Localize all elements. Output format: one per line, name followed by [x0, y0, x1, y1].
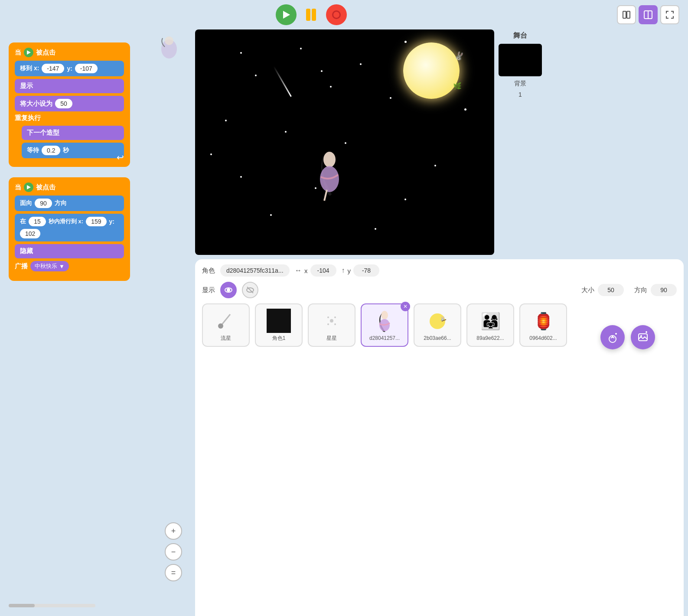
svg-marker-0	[283, 11, 290, 19]
size-input[interactable]: 50	[55, 99, 72, 108]
set-size-block: 将大小设为 50	[15, 96, 124, 111]
view-split-button[interactable]	[639, 5, 658, 24]
face-val[interactable]: 90	[35, 199, 52, 208]
y-value[interactable]: -107	[75, 64, 98, 73]
sprite-card-lantern[interactable]: 🏮 0964d602...	[519, 303, 567, 347]
zoom-controls: + − =	[165, 522, 182, 581]
next-costume-label: 下一个造型	[27, 129, 59, 137]
playback-controls	[9, 4, 613, 25]
hide-label: 隐藏	[20, 247, 33, 255]
y-label: y:	[67, 65, 72, 72]
x-value[interactable]: -147	[42, 64, 64, 73]
wait-input[interactable]: 0.2	[42, 146, 60, 155]
svg-marker-7	[27, 50, 31, 55]
sprite-name-moon: 2b03ae66...	[422, 335, 453, 341]
glide-y[interactable]: 102	[20, 229, 40, 238]
sprite-card-family[interactable]: 👨‍👩‍👧 89a9e622...	[466, 303, 514, 347]
background-count: 1	[518, 91, 522, 98]
dir-display-label: 方向	[634, 286, 647, 294]
glide-sec[interactable]: 15	[29, 217, 46, 226]
sprite-name-fairy: d28041257...	[368, 335, 401, 341]
dir-display-value[interactable]: 90	[651, 284, 677, 296]
show-toggle-on[interactable]	[220, 282, 237, 298]
sprite-img-char1	[267, 309, 291, 333]
broadcast-label: 广播	[15, 262, 28, 271]
zoom-reset-button[interactable]: =	[165, 564, 182, 581]
view-fullscreen-button[interactable]	[660, 5, 679, 24]
sprite-img-meteor	[217, 309, 235, 333]
code-block-1: 当 被点击 移到 x: -147 y: -107 显示 将大小设为 50	[9, 42, 130, 167]
y-coord-group: ↑ y -78	[342, 264, 380, 277]
horizontal-scrollbar[interactable]	[9, 604, 95, 607]
trigger-row-1: 当 被点击	[15, 48, 124, 57]
x-coord-label: x	[304, 267, 308, 274]
broadcast-row: 广播 中秋快乐 ▼	[15, 261, 124, 271]
scrollbar-thumb	[9, 604, 35, 607]
green-flag-button[interactable]	[276, 4, 297, 25]
svg-point-20	[334, 316, 336, 318]
move-to-label: 移到 x:	[20, 65, 39, 72]
svg-point-6	[165, 36, 173, 45]
main-layout: 当 被点击 移到 x: -147 y: -107 显示 将大小设为 50	[0, 29, 688, 616]
sprite-thumbnail	[156, 34, 182, 60]
face-label: 面向	[20, 199, 32, 207]
stage-label: 舞台	[513, 31, 527, 40]
show-block: 显示	[15, 79, 124, 93]
size-display-label: 大小	[581, 286, 594, 294]
sprite-card-meteor[interactable]: 流星	[202, 303, 250, 347]
zoom-in-button[interactable]: +	[165, 522, 182, 540]
code-block-2: 当 被点击 面向 90 方向 在 15 秒内滑行到 x: 159 y: 102	[9, 177, 130, 281]
left-panel: 当 被点击 移到 x: -147 y: -107 显示 将大小设为 50	[0, 29, 191, 616]
sprite-name-char1: 角色1	[271, 335, 287, 342]
add-sprite-button[interactable]	[600, 325, 625, 349]
stage-side: 舞台 背景 1	[499, 29, 542, 255]
broadcast-value[interactable]: 中秋快乐 ▼	[30, 261, 69, 271]
svg-point-29	[612, 336, 613, 338]
add-background-button[interactable]	[631, 325, 655, 349]
sprite-display-bar: 显示 大小 50 方向 90	[202, 282, 677, 298]
glide-unit: 秒内滑行到 x:	[49, 218, 83, 225]
view-normal-button[interactable]	[617, 5, 636, 24]
sprite-name-family: 89a9e622...	[475, 335, 505, 341]
trigger-row-2: 当 被点击	[15, 183, 124, 192]
glide-y-label: y:	[109, 218, 114, 225]
sprite-info-label: 角色	[202, 267, 215, 275]
sprite-img-family: 👨‍👩‍👧	[480, 309, 501, 333]
wait-block: 等待 0.2 秒	[22, 143, 124, 158]
sprite-card-char1[interactable]: 角色1	[255, 303, 303, 347]
svg-rect-1	[623, 11, 626, 18]
wait-unit: 秒	[63, 147, 69, 154]
shooting-star	[273, 66, 292, 97]
view-controls	[617, 5, 679, 24]
show-display-label: 显示	[202, 286, 215, 294]
svg-point-22	[334, 323, 336, 325]
pause-button[interactable]	[301, 4, 322, 25]
sprite-img-star	[323, 309, 340, 333]
svg-point-17	[218, 323, 223, 329]
glide-x[interactable]: 159	[86, 217, 106, 226]
y-coord-value[interactable]: -78	[353, 264, 379, 277]
stage-thumbnail[interactable]	[499, 44, 542, 76]
next-costume-block: 下一个造型	[22, 126, 124, 140]
glide-label: 在	[20, 218, 26, 225]
svg-point-9	[323, 152, 336, 167]
sprite-delete-fairy[interactable]: ✕	[401, 302, 410, 311]
sprite-name-box[interactable]: d280412575fc311a...	[220, 264, 290, 277]
wait-label: 等待	[27, 147, 39, 154]
moon: 🐰 🌿	[403, 42, 460, 99]
show-label: 显示	[20, 82, 33, 90]
sprite-card-star[interactable]: 星星	[308, 303, 355, 347]
stop-button[interactable]	[326, 4, 347, 25]
size-display-value[interactable]: 50	[598, 284, 624, 296]
repeat-row: 重复执行	[15, 114, 124, 122]
right-area: 🐰 🌿	[191, 29, 688, 616]
sprite-name-star: 星星	[325, 335, 339, 342]
sprite-card-moon[interactable]: 🐰 2b03ae66...	[414, 303, 461, 347]
show-toggle-off[interactable]	[242, 282, 258, 298]
x-coord-value[interactable]: -104	[310, 264, 336, 277]
zoom-out-button[interactable]: −	[165, 543, 182, 561]
svg-point-23	[381, 311, 388, 319]
sprite-card-fairy[interactable]: ✕ d28041257...	[361, 303, 408, 347]
y-coord-icon: ↑	[342, 267, 345, 274]
trigger-label-1b: 被点击	[36, 49, 55, 57]
